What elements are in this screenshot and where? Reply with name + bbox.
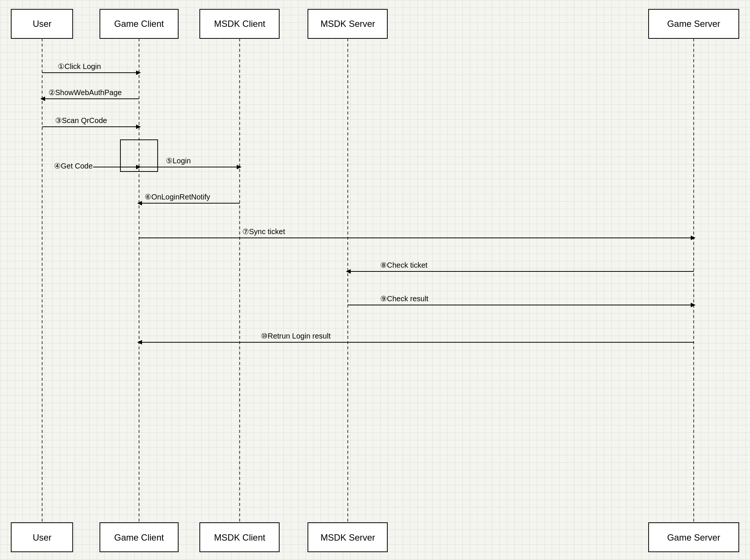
msg8-label: ⑧Check ticket xyxy=(380,261,428,269)
msg5-label: ⑤Login xyxy=(166,157,191,165)
msg4-label: ④Get Code xyxy=(54,162,93,170)
actor-game-client-bottom-label: Game Client xyxy=(114,532,164,542)
actor-user-bottom-label: User xyxy=(33,532,52,542)
msg7-label: ⑦Sync ticket xyxy=(242,227,285,236)
msg1-label: ①Click Login xyxy=(58,62,101,70)
svg-rect-0 xyxy=(0,0,750,560)
msg2-label: ②ShowWebAuthPage xyxy=(48,88,122,97)
actor-msdk-client-top-label: MSDK Client xyxy=(214,19,265,29)
actor-user-top-label: User xyxy=(33,19,52,29)
msg3-label: ③Scan QrCode xyxy=(55,116,107,125)
actor-game-server-bottom-label: Game Server xyxy=(667,532,721,542)
msg10-label: ⑩Retrun Login result xyxy=(261,332,331,340)
actor-game-server-top-label: Game Server xyxy=(667,19,721,29)
actor-msdk-server-top-label: MSDK Server xyxy=(321,19,375,29)
msg9-label: ⑨Check result xyxy=(380,295,429,303)
msg6-label: ⑥OnLoginRetNotify xyxy=(145,193,210,201)
actor-game-client-top-label: Game Client xyxy=(114,19,164,29)
actor-msdk-server-bottom-label: MSDK Server xyxy=(321,532,375,542)
actor-msdk-client-bottom-label: MSDK Client xyxy=(214,532,265,542)
